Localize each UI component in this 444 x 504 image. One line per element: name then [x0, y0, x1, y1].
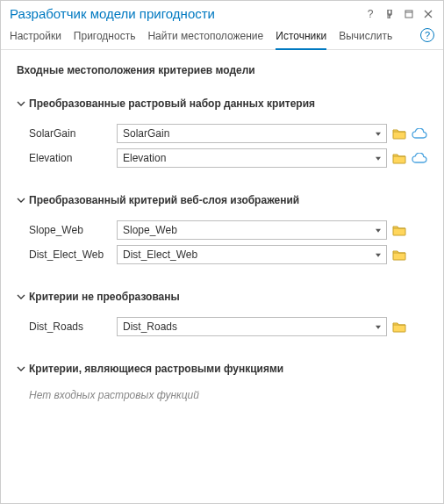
section-transformed-raster: Преобразованные растровый набор данных к…	[17, 97, 427, 168]
folder-icon[interactable]	[392, 224, 406, 236]
folder-icon[interactable]	[392, 152, 406, 164]
section-header[interactable]: Преобразованные растровый набор данных к…	[17, 97, 427, 110]
chevron-down-icon	[17, 364, 25, 373]
row-label: Elevation	[29, 152, 111, 164]
svg-rect-0	[388, 10, 391, 14]
select-box[interactable]: Dist_Roads	[117, 317, 387, 336]
tab-settings[interactable]: Настройки	[10, 25, 61, 49]
section-web-layer: Преобразованный критерий веб-слоя изобра…	[17, 194, 427, 264]
empty-message: Нет входных растровых функций	[17, 389, 427, 401]
row-label: Slope_Web	[29, 224, 111, 236]
section-header[interactable]: Критерии не преобразованы	[17, 291, 427, 303]
section-raster-functions: Критерии, являющиеся растровыми функциям…	[17, 363, 427, 401]
panel-title: Разработчик модели пригодности	[10, 6, 364, 21]
tabs: Настройки Пригодность Найти местоположен…	[1, 25, 443, 50]
criteria-row: SolarGain SolarGain	[29, 124, 427, 143]
folder-icon[interactable]	[392, 248, 406, 261]
row-label: Dist_Elect_Web	[29, 248, 111, 261]
section-title: Критерии не преобразованы	[29, 291, 180, 303]
select-box[interactable]: Dist_Elect_Web	[117, 245, 387, 264]
select-box[interactable]: Elevation	[117, 148, 387, 168]
tab-compute[interactable]: Вычислить	[339, 25, 392, 49]
section-not-transformed: Критерии не преобразованы Dist_Roads Dis…	[17, 291, 427, 336]
help-icon[interactable]: ?	[364, 8, 376, 20]
select-box[interactable]: SolarGain	[117, 124, 387, 143]
row-select[interactable]: SolarGain	[117, 124, 387, 143]
criteria-row: Slope_Web Slope_Web	[29, 220, 427, 240]
row-select[interactable]: Dist_Elect_Web	[117, 245, 387, 264]
criteria-row: Elevation Elevation	[29, 148, 427, 168]
row-label: Dist_Roads	[29, 320, 111, 333]
criteria-row: Dist_Roads Dist_Roads	[29, 317, 427, 336]
suitability-modeler-panel: Разработчик модели пригодности ? Настрой…	[0, 0, 444, 504]
chevron-down-icon	[17, 292, 25, 301]
section-header[interactable]: Критерии, являющиеся растровыми функциям…	[17, 363, 427, 375]
section-header[interactable]: Преобразованный критерий веб-слоя изобра…	[17, 194, 427, 206]
content-heading: Входные местоположения критериев модели	[17, 64, 427, 76]
content-area: Входные местоположения критериев модели …	[1, 50, 443, 503]
autohide-icon[interactable]	[383, 8, 396, 20]
cloud-icon[interactable]	[412, 128, 427, 139]
tab-suitability[interactable]: Пригодность	[74, 25, 136, 49]
row-select[interactable]: Slope_Web	[117, 220, 387, 240]
cloud-icon[interactable]	[412, 153, 427, 163]
tab-help-icon[interactable]: ?	[420, 28, 434, 42]
row-label: SolarGain	[29, 127, 111, 140]
chevron-down-icon	[17, 196, 25, 205]
tab-locate[interactable]: Найти местоположение	[147, 25, 263, 49]
tab-sources[interactable]: Источники	[276, 25, 326, 49]
row-select[interactable]: Elevation	[117, 148, 387, 168]
svg-rect-2	[405, 11, 412, 18]
titlebar-controls: ?	[364, 8, 434, 20]
dock-icon[interactable]	[403, 8, 415, 20]
close-icon[interactable]	[422, 8, 434, 20]
folder-icon[interactable]	[392, 320, 406, 333]
titlebar: Разработчик модели пригодности ?	[1, 1, 443, 25]
section-title: Преобразованные растровый набор данных к…	[29, 97, 315, 110]
section-title: Критерии, являющиеся растровыми функциям…	[29, 363, 283, 375]
row-select[interactable]: Dist_Roads	[117, 317, 387, 336]
folder-icon[interactable]	[392, 127, 406, 140]
section-title: Преобразованный критерий веб-слоя изобра…	[29, 194, 299, 206]
criteria-row: Dist_Elect_Web Dist_Elect_Web	[29, 245, 427, 264]
select-box[interactable]: Slope_Web	[117, 220, 387, 240]
chevron-down-icon	[17, 99, 25, 108]
